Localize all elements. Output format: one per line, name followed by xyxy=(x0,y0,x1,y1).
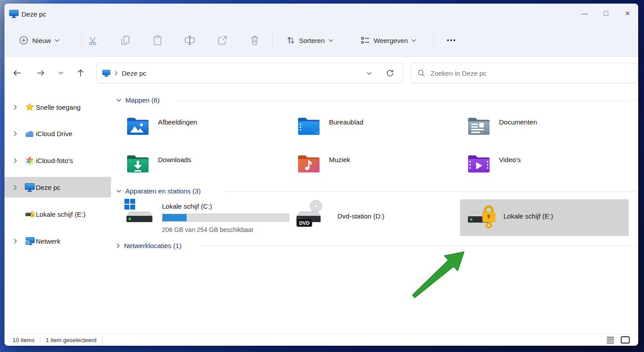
downloads-folder-icon xyxy=(127,153,149,173)
search-input[interactable] xyxy=(431,69,601,77)
more-options-button[interactable] xyxy=(441,31,461,49)
dvd-drive-icon: DVD xyxy=(294,199,326,228)
forward-icon[interactable] xyxy=(36,69,45,77)
up-icon[interactable] xyxy=(76,69,85,77)
drive-name: Dvd-station (D:) xyxy=(337,212,384,220)
chevron-down-icon xyxy=(328,39,333,42)
details-view-icon[interactable] xyxy=(606,336,615,344)
cut-icon[interactable] xyxy=(88,35,98,46)
chevron-down-icon xyxy=(55,39,60,42)
sidebar-item-icloud-fotos[interactable]: iCloud-foto's xyxy=(4,150,111,171)
chevron-right-icon[interactable] xyxy=(13,185,17,190)
network-icon xyxy=(24,236,35,246)
recent-locations-chevron-icon[interactable] xyxy=(58,71,64,75)
locked-drive-icon xyxy=(466,203,499,232)
section-divider xyxy=(225,191,636,192)
drive-tile-c[interactable]: Lokale schijf (C:) 206 GB van 254 GB bes… xyxy=(124,199,153,227)
locked-drive-icon xyxy=(24,210,35,218)
delete-icon[interactable] xyxy=(250,35,260,46)
folder-tile-bureaublad[interactable]: Bureaublad xyxy=(298,116,320,135)
copy-icon[interactable] xyxy=(120,35,130,46)
status-separator xyxy=(40,337,40,343)
pc-monitor-icon xyxy=(102,69,111,77)
search-box xyxy=(411,63,637,83)
chevron-down-icon xyxy=(116,99,121,102)
green-arrow-annotation xyxy=(411,248,467,300)
refresh-icon[interactable] xyxy=(386,69,394,77)
drive-tile-d[interactable]: DVD Dvd-station (D:) xyxy=(294,199,326,228)
sort-button[interactable]: Sorteren xyxy=(282,31,338,49)
title-bar: Deze pc — □ ✕ xyxy=(4,4,638,24)
toolbar-separator xyxy=(81,33,82,47)
maximize-button[interactable]: □ xyxy=(595,4,617,23)
section-header-apparaten[interactable]: Apparaten en stations (3) xyxy=(116,187,200,195)
toolbar-separator xyxy=(272,33,273,47)
section-divider xyxy=(201,246,636,246)
drive-tile-e-selected[interactable]: Lokale schijf (E:) xyxy=(460,199,629,236)
back-icon[interactable] xyxy=(13,69,22,77)
folder-tile-videos[interactable]: Video's xyxy=(468,153,490,173)
chevron-right-icon[interactable] xyxy=(13,104,17,110)
chevron-right-icon[interactable] xyxy=(13,238,17,244)
section-header-netwerklocaties[interactable]: Netwerklocaties (1) xyxy=(116,242,181,249)
address-bar: Deze pc xyxy=(96,63,403,83)
folder-name: Documenten xyxy=(499,118,537,126)
file-explorer-window: Deze pc — □ ✕ Nieuw xyxy=(4,4,638,346)
chevron-down-icon xyxy=(411,39,416,42)
status-separator xyxy=(102,337,102,343)
chevron-right-icon[interactable] xyxy=(13,158,17,163)
folder-name: Bureaublad xyxy=(329,118,363,126)
dvd-badge: DVD xyxy=(299,220,309,226)
capacity-bar xyxy=(162,214,289,222)
sidebar-item-deze-pc[interactable]: Deze pc xyxy=(4,177,111,197)
desktop-folder-icon xyxy=(298,116,320,135)
music-folder-icon xyxy=(298,153,320,173)
plus-circle-icon xyxy=(19,35,29,45)
section-header-mappen[interactable]: Mappen (6) xyxy=(116,96,160,104)
pictures-folder-icon xyxy=(127,116,149,135)
videos-folder-icon xyxy=(468,153,490,173)
sidebar-item-netwerk[interactable]: Netwerk xyxy=(4,231,111,251)
address-dropdown-chevron-icon[interactable] xyxy=(367,72,372,75)
folder-tile-documenten[interactable]: Documenten xyxy=(468,116,490,135)
sidebar-item-snelle-toegang[interactable]: Snelle toegang xyxy=(4,97,111,117)
sidebar-item-label: Lokale schijf (E:) xyxy=(36,210,85,218)
sidebar-item-label: Snelle toegang xyxy=(36,103,81,111)
chevron-down-icon xyxy=(116,189,121,193)
folder-tile-muziek[interactable]: Muziek xyxy=(298,153,320,173)
folder-name: Downloads xyxy=(158,156,191,163)
desktop-background: Deze pc — □ ✕ Nieuw xyxy=(0,0,644,352)
toolbar-separator xyxy=(433,33,434,47)
sidebar-item-icloud-drive[interactable]: iCloud Drive xyxy=(4,123,111,144)
view-button[interactable]: Weergeven xyxy=(356,31,421,49)
star-icon xyxy=(24,103,35,112)
folder-tile-downloads[interactable]: Downloads xyxy=(127,153,149,173)
close-button[interactable]: ✕ xyxy=(617,4,638,23)
sidebar-item-label: iCloud Drive xyxy=(36,130,73,137)
photos-flower-icon xyxy=(24,156,35,165)
system-drive-icon xyxy=(124,199,153,227)
rename-icon[interactable] xyxy=(184,35,195,45)
minimize-button[interactable]: — xyxy=(574,4,595,23)
share-icon[interactable] xyxy=(217,35,228,46)
paste-icon[interactable] xyxy=(153,35,162,46)
new-button[interactable]: Nieuw xyxy=(14,31,64,49)
section-title: Apparaten en stations (3) xyxy=(125,187,200,195)
cloud-icon xyxy=(24,130,35,137)
navigation-bar: Deze pc xyxy=(4,57,638,85)
folder-tile-afbeeldingen[interactable]: Afbeeldingen xyxy=(127,116,149,135)
search-icon xyxy=(418,69,425,77)
folder-name: Video's xyxy=(499,156,520,163)
sidebar-item-lokale-schijf-e[interactable]: Lokale schijf (E:) xyxy=(4,204,111,224)
capacity-caption: 206 GB van 254 GB beschikbaar xyxy=(162,226,254,233)
selection-count: 1 item geselecteerd xyxy=(46,337,96,343)
pc-monitor-icon xyxy=(9,9,19,18)
folder-name: Afbeeldingen xyxy=(158,118,197,126)
sidebar-item-label: Netwerk xyxy=(36,237,60,245)
large-icons-view-icon[interactable] xyxy=(620,336,630,344)
breadcrumb-root[interactable]: Deze pc xyxy=(122,69,146,77)
sort-arrows-icon xyxy=(286,36,295,45)
command-bar: Nieuw xyxy=(4,25,638,56)
status-bar: 10 items 1 item geselecteerd xyxy=(4,334,638,346)
chevron-right-icon[interactable] xyxy=(13,131,17,137)
